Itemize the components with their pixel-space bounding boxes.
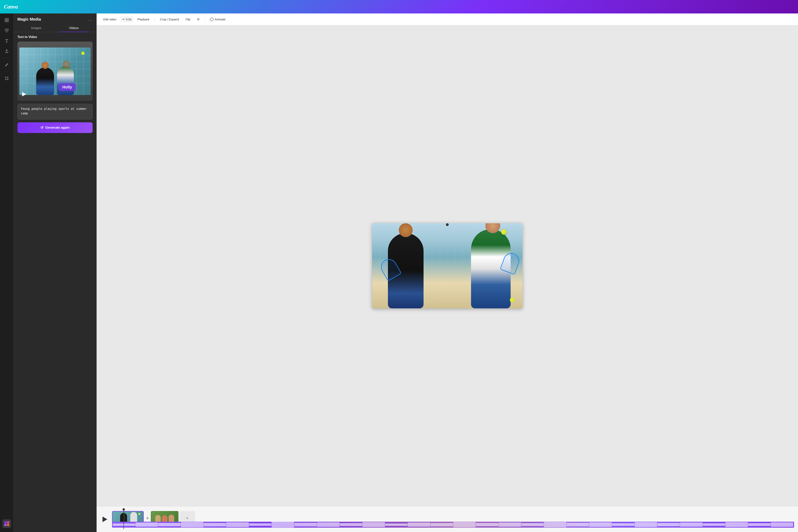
wave-bar bbox=[408, 522, 430, 527]
sidebar-item-draw[interactable] bbox=[2, 60, 11, 69]
wave-bar bbox=[431, 523, 453, 527]
sidebar-item-elements[interactable] bbox=[2, 26, 11, 35]
holly-label: Holly bbox=[62, 85, 72, 90]
video-preview-box: Holly bbox=[17, 42, 93, 101]
video-thumb-inner bbox=[19, 48, 91, 95]
timeline-play-triangle bbox=[102, 516, 107, 522]
wave-bar bbox=[521, 523, 544, 526]
toolbar: Edit video ✂ 5.0s Playback Crop / Expand… bbox=[97, 14, 798, 25]
svg-rect-2 bbox=[5, 20, 6, 22]
animate-button[interactable]: Animate bbox=[207, 16, 228, 23]
wave-bar bbox=[567, 523, 589, 527]
wave-bar bbox=[453, 522, 476, 527]
main-layout: Magic Media ... Images Videos Text to Vi… bbox=[0, 14, 798, 532]
svg-point-7 bbox=[7, 77, 8, 78]
wave-bar bbox=[476, 523, 498, 526]
holly-tooltip: Holly bbox=[59, 83, 76, 91]
playback-button[interactable]: Playback bbox=[135, 16, 152, 22]
right-area: Edit video ✂ 5.0s Playback Crop / Expand… bbox=[97, 14, 798, 532]
wave-bar bbox=[680, 522, 703, 527]
wave-bar bbox=[362, 522, 385, 527]
wave-bar bbox=[226, 522, 249, 527]
wave-bar bbox=[385, 524, 408, 526]
clip-transition[interactable] bbox=[145, 515, 150, 521]
toolbar-divider-2 bbox=[205, 17, 205, 22]
left-panel: Magic Media ... Images Videos Text to Vi… bbox=[14, 14, 97, 532]
canva-logo[interactable]: Canva bbox=[4, 3, 18, 10]
menu-icon: ≡ bbox=[197, 17, 200, 22]
prompt-input[interactable]: Young people playing sports at summer ca… bbox=[17, 104, 93, 119]
svg-rect-1 bbox=[7, 18, 8, 20]
tab-images[interactable]: Images bbox=[17, 24, 55, 32]
svg-point-4 bbox=[5, 29, 7, 31]
audio-waveform[interactable] bbox=[112, 522, 794, 528]
svg-point-8 bbox=[5, 79, 6, 80]
canvas-area bbox=[97, 25, 798, 506]
sidebar-item-apps[interactable] bbox=[2, 74, 11, 83]
flip-button[interactable]: Flip bbox=[183, 16, 193, 22]
panel-header: Magic Media ... bbox=[14, 14, 97, 24]
add-clip-icon: + bbox=[186, 515, 189, 521]
play-triangle bbox=[22, 92, 26, 96]
svg-rect-13 bbox=[7, 524, 9, 526]
generate-label: Generate again bbox=[45, 126, 70, 130]
duration-value: 5.0s bbox=[126, 18, 131, 21]
timeline-area: + bbox=[97, 506, 798, 532]
tennis-ball-main bbox=[501, 229, 507, 235]
sidebar-item-magic-media[interactable] bbox=[2, 519, 11, 528]
svg-rect-5 bbox=[7, 29, 8, 31]
net-v bbox=[447, 223, 448, 270]
icon-bar bbox=[0, 14, 14, 532]
video-thumbnail: Holly bbox=[17, 42, 93, 101]
animate-label: Animate bbox=[215, 18, 226, 21]
generate-button[interactable]: ↺ Generate again bbox=[17, 122, 93, 133]
edit-video-label: Edit video bbox=[103, 18, 116, 21]
tabs-row: Images Videos bbox=[14, 24, 97, 32]
person-1 bbox=[36, 67, 54, 95]
wave-bar bbox=[544, 522, 567, 528]
flip-label: Flip bbox=[186, 18, 190, 21]
edit-video-button[interactable]: Edit video bbox=[100, 16, 119, 22]
panel-content: Text to Video bbox=[14, 32, 97, 532]
sidebar-item-upload[interactable] bbox=[2, 47, 11, 55]
wave-bar bbox=[113, 524, 135, 526]
wave-bar bbox=[271, 522, 294, 528]
svg-point-6 bbox=[5, 77, 6, 78]
panel-more-button[interactable]: ... bbox=[88, 17, 93, 22]
net-v bbox=[455, 223, 455, 270]
scissors-icon: ✂ bbox=[122, 18, 125, 21]
icon-divider bbox=[3, 58, 10, 58]
playhead-marker bbox=[446, 223, 449, 226]
svg-rect-12 bbox=[7, 521, 9, 524]
wave-bar bbox=[612, 523, 634, 526]
head-2 bbox=[63, 61, 70, 68]
main-video-preview bbox=[372, 223, 522, 308]
timeline-scrubber[interactable]: + bbox=[112, 510, 794, 529]
svg-point-9 bbox=[7, 79, 8, 80]
wave-bar bbox=[294, 523, 317, 527]
panel-title: Magic Media bbox=[17, 17, 41, 22]
wave-bar bbox=[158, 523, 181, 526]
crop-expand-label: Crop / Expand bbox=[160, 18, 179, 21]
net-v bbox=[432, 223, 433, 270]
duration-display[interactable]: ✂ 5.0s bbox=[120, 16, 133, 22]
wave-bar bbox=[771, 522, 794, 527]
svg-rect-3 bbox=[7, 20, 8, 22]
wave-bar bbox=[748, 523, 771, 526]
wave-bar bbox=[589, 522, 612, 527]
playback-label: Playback bbox=[137, 18, 149, 21]
wave-bar bbox=[317, 522, 340, 527]
wave-bar bbox=[498, 522, 521, 527]
sidebar-item-layout[interactable] bbox=[2, 16, 11, 24]
refresh-icon: ↺ bbox=[40, 126, 43, 130]
sidebar-item-text[interactable] bbox=[2, 36, 11, 45]
play-button[interactable] bbox=[21, 91, 28, 98]
crop-expand-button[interactable]: Crop / Expand bbox=[157, 16, 182, 22]
menu-button[interactable]: ≡ bbox=[194, 16, 202, 23]
wave-bar bbox=[657, 523, 680, 526]
timeline-play-button[interactable] bbox=[100, 515, 109, 524]
wave-bar bbox=[635, 522, 657, 527]
tab-videos[interactable]: Videos bbox=[55, 24, 93, 32]
top-bar: Canva bbox=[0, 0, 798, 14]
wave-bar bbox=[249, 523, 271, 526]
